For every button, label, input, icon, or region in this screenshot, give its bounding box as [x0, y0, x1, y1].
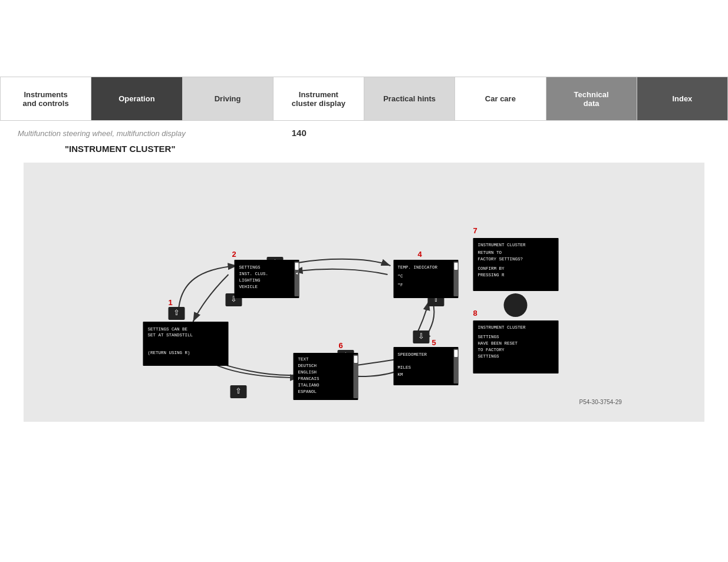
- label-8: 8: [473, 309, 477, 318]
- label-5: 5: [432, 338, 436, 347]
- svg-text:CONFIRM BY: CONFIRM BY: [478, 266, 505, 271]
- svg-rect-34: [454, 263, 458, 270]
- nav-item-practical-hints[interactable]: Practical hints: [364, 77, 455, 120]
- svg-text:"F: "F: [398, 283, 403, 287]
- svg-text:PRESSING R: PRESSING R: [478, 273, 505, 277]
- svg-rect-40: [454, 350, 458, 357]
- svg-text:FACTORY SETTINGS?: FACTORY SETTINGS?: [478, 257, 523, 262]
- section-title: "INSTRUMENT CLUSTER": [65, 144, 710, 154]
- svg-text:ESPANOL: ESPANOL: [298, 389, 317, 394]
- diagram-ref: P54-30-3754-29: [579, 399, 622, 405]
- label-2: 2: [232, 250, 236, 259]
- svg-text:MILES: MILES: [398, 365, 411, 370]
- nav-label-instruments: Instruments and controls: [23, 90, 69, 108]
- svg-text:INST. CLUS.: INST. CLUS.: [239, 272, 269, 276]
- svg-text:TEXT: TEXT: [298, 357, 309, 362]
- svg-text:TO FACTORY: TO FACTORY: [478, 348, 505, 352]
- svg-text:SETTINGS: SETTINGS: [239, 265, 261, 270]
- label-4: 4: [418, 250, 423, 259]
- nav-item-operation[interactable]: Operation: [91, 77, 182, 120]
- svg-text:◄: ◄: [296, 272, 298, 276]
- svg-text:INSTRUMENT CLUSTER: INSTRUMENT CLUSTER: [478, 243, 526, 247]
- svg-text:KM: KM: [398, 372, 404, 377]
- svg-text:FRANCAIS: FRANCAIS: [298, 376, 320, 381]
- label-1: 1: [169, 298, 173, 307]
- svg-text:SET AT STANDSTILL: SET AT STANDSTILL: [148, 333, 193, 338]
- svg-text:HAVE BEEN RESET: HAVE BEEN RESET: [478, 341, 518, 346]
- nav-label-practical-hints: Practical hints: [383, 94, 436, 103]
- svg-text:⇩: ⇩: [418, 332, 424, 340]
- svg-text:⇧: ⇧: [235, 386, 242, 395]
- svg-text:INSTRUMENT CLUSTER: INSTRUMENT CLUSTER: [478, 325, 526, 330]
- svg-text:LIGHTING: LIGHTING: [239, 278, 261, 283]
- svg-text:SETTINGS: SETTINGS: [478, 335, 500, 339]
- nav-item-instruments[interactable]: Instruments and controls: [0, 77, 91, 120]
- top-space: [0, 0, 728, 77]
- svg-rect-49: [354, 356, 358, 363]
- svg-point-56: [504, 293, 528, 317]
- nav-item-instrument-cluster[interactable]: Instrument cluster display: [274, 77, 364, 120]
- svg-text:TEMP. INDICATOR: TEMP. INDICATOR: [398, 265, 438, 270]
- nav-label-technical-data: Technical data: [574, 90, 609, 108]
- svg-text:RETURN TO: RETURN TO: [478, 250, 502, 255]
- svg-rect-27: [295, 263, 299, 270]
- page-header: Multifunction steering wheel, multifunct…: [18, 128, 710, 138]
- diagram-container: ⇧ ⇩ ⇧ ⇩ ⇧ ⇩ ⇧ ⇧ 1: [24, 163, 704, 422]
- nav-label-car-care: Car care: [485, 94, 516, 103]
- label-6: 6: [339, 341, 343, 350]
- nav-item-driving[interactable]: Driving: [183, 77, 274, 120]
- nav-item-technical-data[interactable]: Technical data: [546, 77, 637, 120]
- nav-bar: Instruments and controls Operation Drivi…: [0, 77, 728, 121]
- svg-text:⇧: ⇧: [173, 308, 180, 317]
- svg-text:SPEEDOMETER: SPEEDOMETER: [398, 352, 427, 357]
- diagram-svg: ⇧ ⇩ ⇧ ⇩ ⇧ ⇩ ⇧ ⇧ 1: [35, 174, 693, 410]
- nav-label-driving: Driving: [215, 94, 241, 103]
- svg-text:VEHICLE: VEHICLE: [239, 285, 258, 289]
- content-area: Multifunction steering wheel, multifunct…: [0, 121, 728, 429]
- nav-label-instrument-cluster: Instrument cluster display: [292, 90, 345, 108]
- breadcrumb: Multifunction steering wheel, multifunct…: [18, 129, 186, 138]
- svg-text:ITALIANO: ITALIANO: [298, 383, 320, 388]
- nav-item-index[interactable]: Index: [637, 77, 728, 120]
- svg-text:ENGLISH: ENGLISH: [298, 370, 317, 375]
- nav-label-operation: Operation: [118, 94, 154, 103]
- label-7: 7: [473, 226, 477, 235]
- svg-text:SETTINGS: SETTINGS: [478, 354, 500, 359]
- page-number: 140: [292, 128, 307, 138]
- svg-text:"C: "C: [398, 274, 404, 279]
- svg-text:(RETURN USING R): (RETURN USING R): [148, 351, 190, 355]
- nav-label-index: Index: [672, 94, 692, 103]
- svg-text:DEUTSCH: DEUTSCH: [298, 363, 317, 368]
- nav-item-car-care[interactable]: Car care: [455, 77, 546, 120]
- svg-text:SETTINGS CAN BE: SETTINGS CAN BE: [148, 327, 188, 332]
